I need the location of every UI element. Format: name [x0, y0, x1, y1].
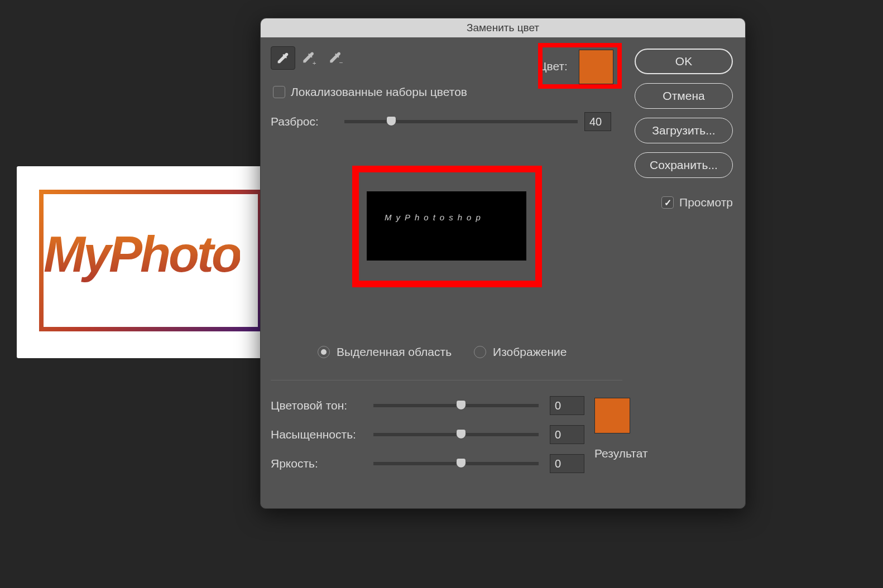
dialog-buttons: OK Отмена Загрузить... Сохранить...: [635, 49, 733, 178]
hue-input[interactable]: [550, 396, 584, 415]
svg-text:+: +: [313, 59, 316, 66]
svg-text:−: −: [339, 59, 343, 66]
lightness-row: Яркость:: [271, 449, 584, 478]
eyedropper-plus-icon: +: [302, 50, 318, 66]
radio-label-selection: Выделенная область: [337, 345, 452, 359]
divider: [271, 380, 622, 380]
eyedropper-button[interactable]: [271, 46, 295, 70]
eyedropper-icon: [275, 50, 291, 66]
fuzziness-input[interactable]: [584, 112, 611, 131]
ok-button[interactable]: OK: [635, 49, 733, 74]
result-label: Результат: [594, 447, 648, 460]
selection-preview[interactable]: [367, 191, 526, 261]
replace-color-dialog: Заменить цвет + − Цвет: Локализованные н…: [260, 18, 746, 509]
preview-checkbox[interactable]: [661, 196, 674, 209]
preview-mask-content: MyPhotoshop: [385, 213, 485, 222]
saturation-slider[interactable]: [373, 433, 539, 436]
preview-checkbox-label: Просмотр: [679, 196, 733, 209]
fuzziness-slider[interactable]: [344, 120, 578, 123]
save-button[interactable]: Сохранить...: [635, 152, 733, 178]
cancel-button[interactable]: Отмена: [635, 83, 733, 109]
hue-thumb[interactable]: [456, 400, 466, 410]
eyedropper-plus-button[interactable]: +: [297, 46, 322, 70]
saturation-input[interactable]: [550, 425, 584, 444]
preview-mode-row: Выделенная область Изображение: [318, 345, 567, 359]
source-color-swatch[interactable]: [579, 50, 613, 84]
eyedropper-minus-button[interactable]: −: [324, 46, 349, 70]
replacement-block: Цветовой тон: Насыщенность: Яркость:: [271, 391, 584, 478]
lightness-thumb[interactable]: [456, 458, 466, 468]
fuzziness-row: Разброс:: [271, 112, 611, 131]
result-color-swatch[interactable]: [594, 398, 630, 433]
logo-text: MyPhoto: [44, 226, 240, 283]
localized-clusters-label: Локализованные наборы цветов: [291, 85, 467, 99]
preview-checkbox-row: Просмотр: [661, 196, 733, 209]
localized-clusters-row: Локализованные наборы цветов: [273, 85, 467, 99]
eyedropper-minus-icon: −: [329, 50, 344, 66]
radio-icon: [318, 346, 330, 358]
radio-icon: [474, 346, 486, 358]
hue-slider[interactable]: [373, 404, 539, 407]
lightness-slider[interactable]: [373, 462, 539, 465]
dialog-title-bar: Заменить цвет: [261, 18, 745, 37]
load-button[interactable]: Загрузить...: [635, 118, 733, 143]
saturation-row: Насыщенность:: [271, 420, 584, 449]
hue-label: Цветовой тон:: [271, 399, 367, 412]
lightness-input[interactable]: [550, 454, 584, 473]
fuzziness-thumb[interactable]: [386, 116, 396, 126]
fuzziness-label: Разброс:: [271, 115, 338, 128]
radio-label-image: Изображение: [493, 345, 567, 359]
lightness-label: Яркость:: [271, 457, 367, 470]
preview-mode-selection[interactable]: Выделенная область: [318, 345, 452, 359]
eyedropper-tools: + −: [271, 46, 349, 70]
preview-mode-image[interactable]: Изображение: [474, 345, 567, 359]
saturation-thumb[interactable]: [456, 429, 466, 439]
localized-clusters-checkbox[interactable]: [273, 86, 285, 98]
hue-row: Цветовой тон:: [271, 391, 584, 420]
saturation-label: Насыщенность:: [271, 428, 367, 441]
